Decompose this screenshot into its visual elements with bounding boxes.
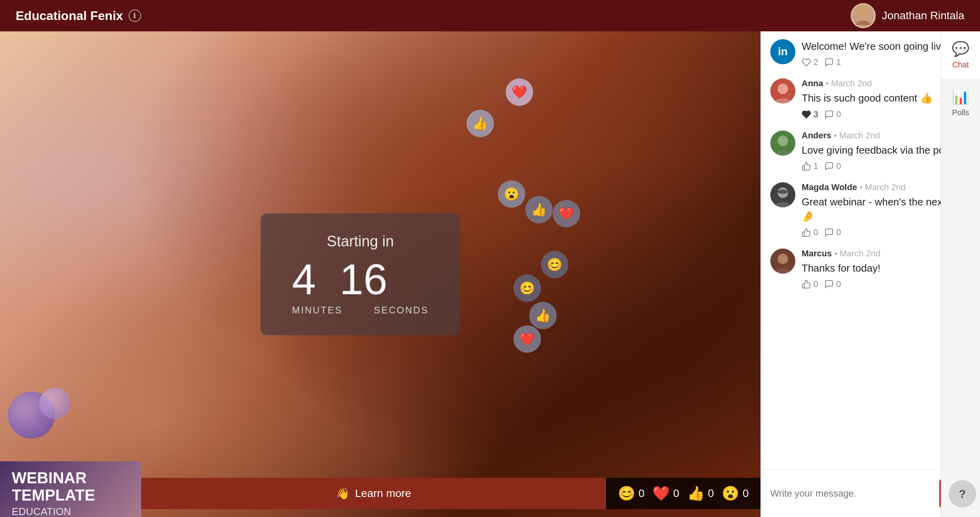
reaction-heart[interactable]: ❤️ 0 (652, 485, 679, 502)
msg2-comment[interactable]: 0 (824, 109, 841, 120)
main-layout: ❤️ 👍 😮 👍 ❤️ 😊 😊 👍 ❤️ Starting in 4 16 MI… (0, 31, 980, 517)
help-button[interactable]: ? (949, 480, 976, 508)
heart-count: 0 (673, 487, 679, 500)
floating-emoji-6: 😊 (541, 251, 568, 278)
polls-icon: 📊 (952, 89, 969, 105)
thumbs-up-emoji: 👍 (687, 485, 705, 502)
svg-point-4 (778, 136, 788, 146)
msg3-date: • March 2nd (834, 131, 880, 140)
floating-emoji-5: ❤️ (553, 200, 580, 227)
smile-count: 0 (639, 487, 645, 500)
bottom-bar: WEBINAR TEMPLATE EDUCATION 👋 Learn more … (0, 470, 760, 517)
msg1-comment-count: 1 (836, 57, 841, 67)
svg-point-1 (855, 20, 871, 25)
tab-polls-label: Polls (952, 108, 969, 117)
heart-emoji: ❤️ (652, 485, 670, 502)
floating-emoji-4: 👍 (525, 196, 553, 223)
svg-point-0 (858, 9, 868, 18)
countdown-minutes: 4 (292, 258, 316, 301)
info-icon[interactable]: ℹ (129, 9, 141, 22)
msg4-like-count: 0 (813, 227, 818, 238)
msg1-like[interactable]: 2 (802, 57, 818, 67)
reactions-bar: 😊 0 ❤️ 0 👍 0 😮 0 (606, 478, 760, 509)
floating-emoji-9: ❤️ (514, 325, 541, 353)
chat-input[interactable] (770, 483, 933, 504)
msg4-like[interactable]: 0 (802, 227, 818, 238)
tab-chat-label: Chat (952, 60, 969, 69)
countdown-numbers: 4 16 (292, 258, 429, 301)
header: Educational Fenix ℹ Jonathan Rintala (0, 0, 980, 31)
floating-emoji-1: ❤️ (506, 78, 533, 106)
right-tabs: 💬 Chat 📊 Polls ? (941, 31, 980, 517)
brand-line3: EDUCATION (12, 506, 129, 517)
floating-emoji-7: 😊 (514, 274, 541, 302)
help-icon: ? (959, 487, 966, 501)
reaction-thumbs-up[interactable]: 👍 0 (687, 485, 714, 502)
surprised-count: 0 (742, 487, 749, 500)
thumbs-up-count: 0 (708, 487, 714, 500)
svg-point-10 (773, 268, 792, 274)
svg-point-2 (778, 84, 788, 94)
msg5-name: Marcus (802, 249, 832, 258)
brand-line1: WEBINAR (12, 469, 129, 486)
msg3-comment[interactable]: 0 (824, 161, 841, 171)
avatar-anna (770, 78, 795, 103)
countdown-seconds: 16 (339, 258, 387, 301)
smile-emoji: 😊 (618, 485, 635, 502)
countdown-label: Starting in (292, 233, 429, 250)
msg4-date: • March 2nd (860, 182, 906, 192)
svg-point-8 (778, 190, 788, 194)
avatar-anders (770, 131, 795, 156)
video-area: ❤️ 👍 😮 👍 ❤️ 😊 😊 👍 ❤️ Starting in 4 16 MI… (0, 31, 760, 517)
msg3-name: Anders (802, 131, 831, 140)
msg4-name: Magda Wolde (802, 182, 857, 192)
brand: Educational Fenix ℹ (16, 9, 141, 23)
svg-point-5 (773, 150, 792, 155)
learn-more-label: Learn more (355, 487, 411, 500)
tab-chat[interactable]: 💬 Chat (941, 31, 980, 79)
avatar (851, 3, 876, 28)
surprised-emoji: 😮 (722, 485, 739, 502)
minutes-label: MINUTES (292, 305, 343, 316)
avatar-magda (770, 182, 795, 207)
reaction-surprised[interactable]: 😮 0 (722, 485, 749, 502)
avatar-marcus (770, 249, 795, 274)
msg4-comment-count: 0 (836, 227, 841, 238)
svg-point-9 (778, 254, 788, 264)
brand-line2: TEMPLATE (12, 486, 129, 504)
avatar-linkedin: in (770, 39, 795, 64)
msg3-like-count: 1 (813, 161, 818, 171)
svg-point-3 (773, 98, 792, 103)
msg5-like[interactable]: 0 (802, 279, 818, 289)
chat-icon: 💬 (952, 41, 969, 57)
msg3-like[interactable]: 1 (802, 161, 818, 171)
msg2-like[interactable]: 3 (802, 109, 818, 120)
reaction-smile[interactable]: 😊 0 (618, 485, 645, 502)
msg5-date: • March 2nd (834, 249, 880, 258)
svg-point-7 (773, 202, 792, 207)
msg5-comment-count: 0 (836, 279, 841, 289)
username: Jonathan Rintala (882, 9, 964, 22)
msg5-comment[interactable]: 0 (824, 279, 841, 289)
msg4-comment[interactable]: 0 (824, 227, 841, 238)
msg5-like-count: 0 (813, 279, 818, 289)
floating-emoji-2: 👍 (466, 110, 494, 137)
countdown-units: MINUTES SECONDS (292, 305, 429, 316)
msg3-comment-count: 0 (836, 161, 841, 171)
user-profile[interactable]: Jonathan Rintala (851, 3, 964, 28)
msg1-like-count: 2 (813, 57, 818, 67)
msg2-date: • March 2nd (826, 78, 872, 88)
chat-sidebar: in Welcome! We're soon going live ⭐ 2 1 (760, 31, 980, 517)
tab-polls[interactable]: 📊 Polls (941, 79, 980, 127)
seconds-label: SECONDS (374, 305, 429, 316)
learn-more-button[interactable]: 👋 Learn more (141, 478, 606, 509)
learn-more-icon: 👋 (336, 487, 350, 500)
purple-orb-2 (39, 388, 71, 419)
floating-emoji-3: 😮 (498, 180, 525, 208)
msg1-comment[interactable]: 1 (824, 57, 841, 67)
countdown-box: Starting in 4 16 MINUTES SECONDS (261, 213, 460, 335)
msg2-comment-count: 0 (836, 109, 841, 120)
branding-area: WEBINAR TEMPLATE EDUCATION (0, 461, 141, 517)
floating-emoji-8: 👍 (529, 302, 557, 329)
msg2-name: Anna (802, 78, 823, 88)
